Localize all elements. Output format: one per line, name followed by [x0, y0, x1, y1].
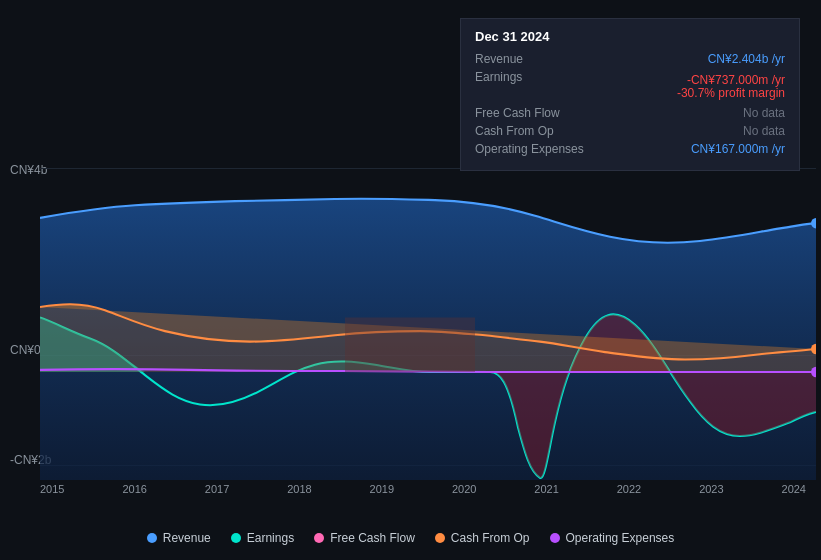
x-label-2016: 2016 — [122, 483, 146, 495]
x-label-2017: 2017 — [205, 483, 229, 495]
tooltip-earnings-sub: -30.7% profit margin — [677, 86, 785, 100]
legend-earnings-label: Earnings — [247, 531, 294, 545]
tooltip-earnings-label: Earnings — [475, 70, 595, 84]
legend-cashop[interactable]: Cash From Op — [435, 531, 530, 545]
x-label-2022: 2022 — [617, 483, 641, 495]
x-label-2024: 2024 — [782, 483, 806, 495]
tooltip-earnings-row: Earnings -CN¥737.000m /yr -30.7% profit … — [475, 70, 785, 102]
tooltip-revenue-row: Revenue CN¥2.404b /yr — [475, 52, 785, 66]
chart-container: Dec 31 2024 Revenue CN¥2.404b /yr Earnin… — [0, 0, 821, 560]
legend-opex[interactable]: Operating Expenses — [550, 531, 675, 545]
x-label-2019: 2019 — [370, 483, 394, 495]
tooltip-revenue-label: Revenue — [475, 52, 595, 66]
y-label-0: CN¥0 — [10, 343, 41, 357]
tooltip-date: Dec 31 2024 — [475, 29, 785, 44]
legend-earnings[interactable]: Earnings — [231, 531, 294, 545]
tooltip-opex-row: Operating Expenses CN¥167.000m /yr — [475, 142, 785, 156]
legend-cashop-dot — [435, 533, 445, 543]
legend-opex-dot — [550, 533, 560, 543]
earnings-bar-mid — [345, 318, 475, 373]
x-label-2021: 2021 — [534, 483, 558, 495]
tooltip-opex-label: Operating Expenses — [475, 142, 595, 156]
x-label-2015: 2015 — [40, 483, 64, 495]
tooltip-revenue-value: CN¥2.404b /yr — [708, 52, 785, 66]
tooltip-fcf-label: Free Cash Flow — [475, 106, 595, 120]
tooltip-fcf-value: No data — [743, 106, 785, 120]
tooltip-earnings-value: -CN¥737.000m /yr — [687, 73, 785, 87]
main-chart-svg — [40, 155, 816, 480]
legend-fcf-label: Free Cash Flow — [330, 531, 415, 545]
legend-revenue-dot — [147, 533, 157, 543]
tooltip-fcf-row: Free Cash Flow No data — [475, 106, 785, 120]
tooltip-panel: Dec 31 2024 Revenue CN¥2.404b /yr Earnin… — [460, 18, 800, 171]
legend-earnings-dot — [231, 533, 241, 543]
legend-fcf[interactable]: Free Cash Flow — [314, 531, 415, 545]
tooltip-cashop-label: Cash From Op — [475, 124, 595, 138]
chart-svg-area — [40, 155, 816, 480]
tooltip-cashop-row: Cash From Op No data — [475, 124, 785, 138]
x-label-2018: 2018 — [287, 483, 311, 495]
legend-cashop-label: Cash From Op — [451, 531, 530, 545]
legend-revenue[interactable]: Revenue — [147, 531, 211, 545]
x-label-2023: 2023 — [699, 483, 723, 495]
x-label-2020: 2020 — [452, 483, 476, 495]
tooltip-opex-value: CN¥167.000m /yr — [691, 142, 785, 156]
legend-fcf-dot — [314, 533, 324, 543]
x-axis: 2015 2016 2017 2018 2019 2020 2021 2022 … — [40, 483, 806, 495]
legend: Revenue Earnings Free Cash Flow Cash Fro… — [0, 531, 821, 545]
tooltip-cashop-value: No data — [743, 124, 785, 138]
legend-opex-label: Operating Expenses — [566, 531, 675, 545]
legend-revenue-label: Revenue — [163, 531, 211, 545]
